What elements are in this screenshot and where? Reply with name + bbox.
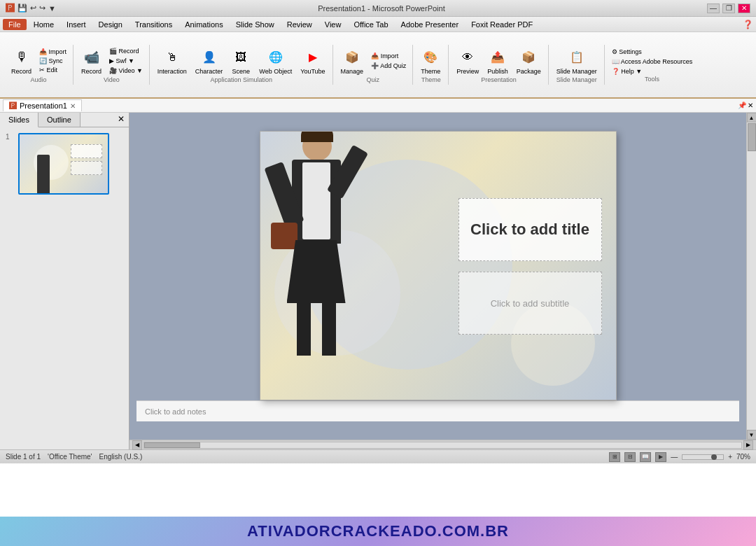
canvas-area: Click to add title Click to add subtitle… [130, 113, 746, 440]
scroll-track [747, 122, 757, 430]
zoom-in-button[interactable]: + [728, 453, 732, 461]
save-icon[interactable]: 💾 [18, 4, 27, 13]
menu-design[interactable]: Design [93, 19, 128, 30]
normal-view-button[interactable]: ⊞ [609, 452, 620, 462]
notes-area[interactable]: Click to add notes [136, 400, 739, 421]
redo-icon[interactable]: ↪ [39, 4, 46, 13]
window-controls[interactable]: — ❐ ✕ [707, 4, 750, 13]
title-text-box[interactable]: Click to add title [458, 198, 602, 261]
menu-bar: File Home Insert Design Transitions Anim… [0, 17, 756, 32]
scroll-left-arrow[interactable]: ◀ [132, 440, 142, 450]
close-button[interactable]: ✕ [738, 4, 750, 13]
help-icon[interactable]: ❓ [743, 20, 753, 29]
character-icon: 👤 [200, 48, 219, 67]
menu-foxitpdf[interactable]: Foxit Reader PDF [465, 19, 538, 30]
youtube-icon: ▶ [303, 48, 323, 67]
ribbon-btn-video-dropdown[interactable]: 🎥 Video ▼ [107, 66, 145, 75]
zoom-out-button[interactable]: — [671, 453, 678, 461]
tab-title: Presentation1 [20, 102, 67, 110]
ribbon: 🎙 Record 📥 Import 🔄 Sync ✂ Edit Audio 📹 [0, 32, 756, 99]
scroll-thumb[interactable] [748, 123, 756, 151]
scroll-right-arrow[interactable]: ▶ [743, 440, 753, 450]
slide-sorter-button[interactable]: ⊟ [624, 452, 636, 462]
ribbon-btn-swf[interactable]: ▶ Swf ▼ [107, 57, 145, 65]
subtitle-text-box[interactable]: Click to add subtitle [458, 272, 602, 335]
ribbon-btn-scene[interactable]: 🖼 Scene [228, 46, 253, 77]
ribbon-btn-manage[interactable]: 📦 Manage [338, 46, 367, 77]
zoom-slider[interactable] [682, 454, 724, 460]
slideshow-button[interactable]: ▶ [655, 452, 666, 462]
minimize-button[interactable]: — [707, 4, 720, 13]
menu-adobepresenter[interactable]: Adobe Presenter [396, 19, 465, 30]
slide-manager-group-label: Slide Manager [554, 76, 600, 83]
undo-icon[interactable]: ↩ [30, 4, 36, 13]
slide-thumbnail-1[interactable]: 1 [6, 133, 123, 195]
h-scroll-thumb[interactable] [144, 442, 200, 448]
scroll-up-arrow[interactable]: ▲ [747, 113, 757, 122]
restore-button[interactable]: ❐ [722, 4, 735, 13]
ribbon-btn-theme[interactable]: 🎨 Theme [418, 46, 443, 77]
document-tab[interactable]: 🅿 Presentation1 ✕ [3, 99, 82, 111]
ribbon-btn-web-object[interactable]: 🌐 Web Object [256, 46, 295, 77]
ppt-icon: 🅿 [9, 102, 17, 110]
video-group-label: Video [78, 76, 145, 83]
ribbon-btn-preview[interactable]: 👁 Preview [454, 46, 482, 77]
ribbon-btn-slide-manager[interactable]: 📋 Slide Manager [554, 46, 600, 77]
ribbon-btn-help[interactable]: ❓ Help ▼ [610, 67, 695, 76]
tab-settings-icon[interactable]: ✕ [748, 102, 753, 109]
watermark-footer: ATIVADORCRACKEADO.COM.BR [0, 517, 756, 546]
ribbon-btn-add-quiz[interactable]: ➕ Add Quiz [369, 62, 408, 70]
menu-transitions[interactable]: Transitions [130, 19, 178, 30]
ribbon-btn-access-adobe[interactable]: 📖 Access Adobe Resources [610, 57, 695, 66]
tab-bar: 🅿 Presentation1 ✕ 📌 ✕ [0, 99, 756, 113]
ribbon-btn-record-audio[interactable]: 🎙 Record [8, 46, 34, 77]
ribbon-btn-publish[interactable]: 📤 Publish [484, 46, 511, 77]
ribbon-btn-sync[interactable]: 🔄 Sync [37, 57, 69, 65]
title-bar-left: 🅿 💾 ↩ ↪ ▼ [6, 3, 56, 13]
ribbon-btn-edit-audio[interactable]: ✂ Edit [37, 66, 69, 74]
ribbon-btn-youtube[interactable]: ▶ YouTube [298, 46, 328, 77]
panel-tab-slides[interactable]: Slides [0, 113, 38, 127]
ribbon-btn-character[interactable]: 👤 Character [192, 46, 226, 77]
menu-animations[interactable]: Animations [179, 19, 228, 30]
ribbon-btn-record-video[interactable]: 📹 Record [78, 46, 104, 77]
slide-panel-tabs: Slides Outline ✕ [0, 113, 129, 127]
language-info: English (U.S.) [99, 453, 143, 461]
horizontal-scrollbar[interactable]: ◀ ▶ [130, 440, 756, 449]
watermark-text: ATIVADORCRACKEADO.COM.BR [247, 522, 509, 540]
ribbon-group-presentation: 👁 Preview 📤 Publish 📦 Package Presentati… [449, 45, 549, 85]
quiz-group-label: Quiz [338, 76, 409, 83]
panel-close-button[interactable]: ✕ [113, 113, 129, 127]
presentation-group-label: Presentation [454, 76, 544, 83]
menu-officetab[interactable]: Office Tab [348, 19, 393, 30]
menu-home[interactable]: Home [28, 19, 59, 30]
ribbon-btn-settings[interactable]: ⚙ Settings [610, 48, 695, 56]
scroll-down-arrow[interactable]: ▼ [747, 430, 757, 440]
publish-icon: 📤 [488, 48, 507, 67]
ribbon-btn-record-screen[interactable]: 🎬 Record [107, 47, 145, 55]
main-area: Slides Outline ✕ 1 [0, 113, 756, 449]
ribbon-btn-package[interactable]: 📦 Package [514, 46, 544, 77]
ribbon-group-audio: 🎙 Record 📥 Import 🔄 Sync ✂ Edit Audio [4, 45, 74, 85]
vertical-scrollbar[interactable]: ▲ ▼ [746, 113, 756, 440]
menu-view[interactable]: View [319, 19, 347, 30]
slide-canvas[interactable]: Click to add title Click to add subtitle [260, 131, 617, 400]
slide-manager-icon: 📋 [567, 48, 587, 67]
ribbon-group-theme: 🎨 Theme Theme [414, 45, 449, 85]
slide-panel: Slides Outline ✕ 1 [0, 113, 130, 449]
zoom-slider-thumb[interactable] [711, 454, 717, 460]
customize-icon[interactable]: ▼ [48, 4, 56, 13]
ribbon-btn-import-audio[interactable]: 📥 Import [37, 48, 69, 56]
panel-tab-outline[interactable]: Outline [38, 113, 80, 127]
ribbon-btn-interaction[interactable]: 🖱 Interaction [155, 46, 190, 77]
menu-file[interactable]: File [3, 19, 27, 30]
reading-view-button[interactable]: 📖 [640, 452, 651, 462]
ribbon-btn-import-quiz[interactable]: 📥 Import [369, 52, 408, 60]
tab-pin-icon[interactable]: 📌 [738, 102, 746, 109]
theme-group-label: Theme [418, 76, 444, 83]
menu-slideshow[interactable]: Slide Show [230, 19, 280, 30]
zoom-level: 70% [736, 453, 750, 461]
menu-review[interactable]: Review [281, 19, 318, 30]
menu-insert[interactable]: Insert [61, 19, 92, 30]
tab-close-icon[interactable]: ✕ [70, 102, 76, 110]
